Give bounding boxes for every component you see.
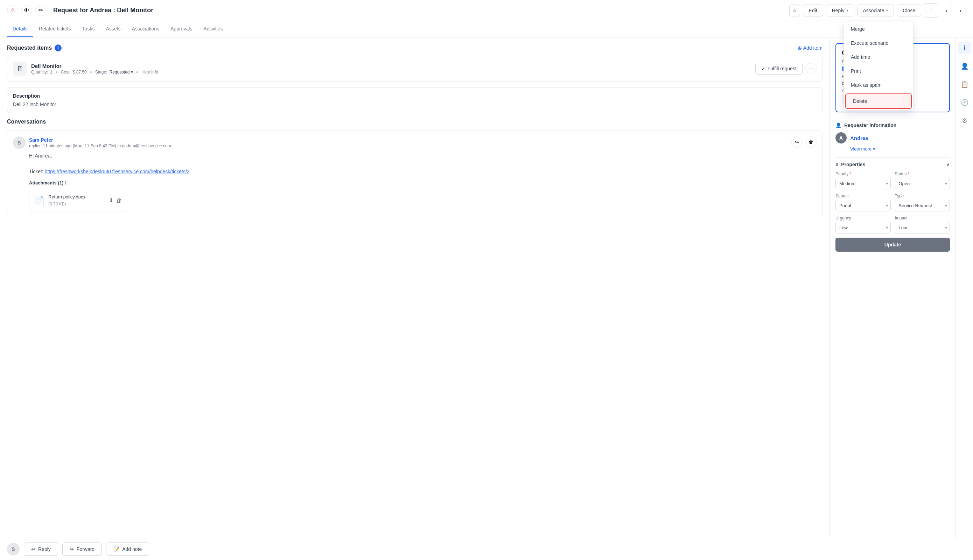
dropdown-add-time[interactable]: Add time xyxy=(844,50,913,64)
dropdown-backdrop[interactable] xyxy=(0,0,973,560)
app-container: ⚠ 👁 ✏ Request for Andrea : Dell Monitor … xyxy=(0,0,973,560)
dropdown-merge[interactable]: Merge xyxy=(844,22,913,36)
dropdown-menu: Merge Execute scenario Add time Print Ma… xyxy=(843,22,913,111)
dropdown-mark-spam[interactable]: Mark as spam xyxy=(844,78,913,92)
dropdown-execute-scenario[interactable]: Execute scenario xyxy=(844,36,913,50)
dropdown-print[interactable]: Print xyxy=(844,64,913,78)
dropdown-delete[interactable]: Delete xyxy=(845,93,912,109)
